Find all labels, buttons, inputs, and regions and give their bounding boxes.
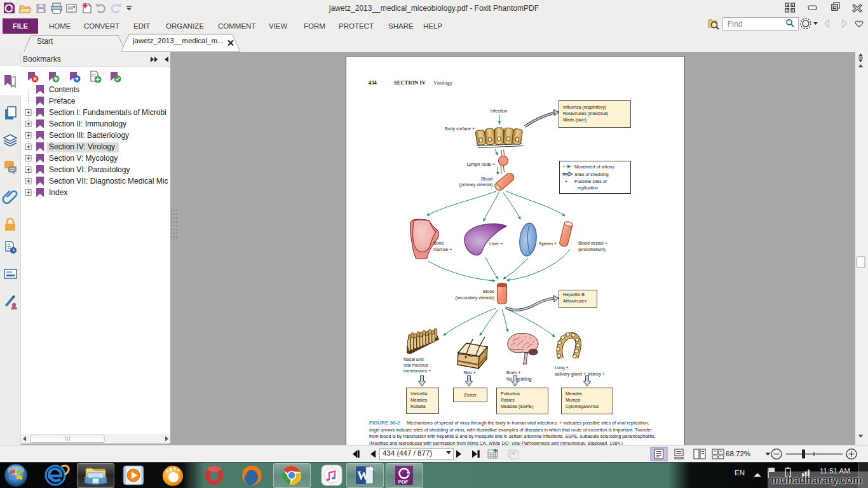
svg-text:Bone: Bone [433, 241, 444, 245]
svg-text:Hepatitis B: Hepatitis B [563, 292, 585, 297]
svg-text:Possible sites of: Possible sites of [574, 179, 607, 184]
svg-text:Mechanisms of spread of virus: Mechanisms of spread of virus through th… [407, 420, 649, 426]
svg-text:Cytomegalovirus: Cytomegalovirus [566, 404, 599, 409]
svg-text:434: 434 [369, 79, 377, 86]
svg-text:No shedding: No shedding [506, 377, 531, 382]
svg-text:Infection: Infection [491, 109, 508, 113]
svg-text:Lung +,: Lung +, [555, 365, 570, 370]
svg-text:(endothelium): (endothelium) [578, 247, 606, 252]
svg-text:(secondary viremia): (secondary viremia) [456, 295, 494, 301]
svg-text:Section III: Bacteriology: Section III: Bacteriology [49, 131, 129, 140]
svg-text:Zoster: Zoster [464, 393, 477, 397]
svg-text:Section V: Mycology: Section V: Mycology [49, 154, 118, 163]
svg-text:Measles (SSPE): Measles (SSPE) [501, 404, 533, 409]
svg-text:Section VII: Diagnostic Medica: Section VII: Diagnostic Medical Mic [49, 177, 168, 186]
svg-text:Varicella: Varicella [410, 391, 427, 396]
svg-text:Index: Index [49, 188, 67, 197]
svg-text:from blood is by transfusion w: from blood is by transfusion with hepati… [369, 433, 656, 439]
svg-text:+: + [565, 179, 567, 184]
svg-text:Rubella: Rubella [410, 404, 426, 409]
svg-text:FIGURE 30-2: FIGURE 30-2 [369, 420, 400, 426]
svg-text:Virology: Virology [433, 79, 453, 86]
svg-text:Lymph node +: Lymph node + [467, 162, 495, 167]
svg-text:Warts (skin): Warts (skin) [563, 118, 587, 123]
svg-text:Mumps: Mumps [566, 398, 580, 403]
svg-text:Rabies: Rabies [501, 398, 515, 402]
svg-text:Rotaviruses (intestinal): Rotaviruses (intestinal) [563, 111, 608, 116]
svg-text:Blood vessel +: Blood vessel + [578, 241, 607, 245]
svg-text:Body surface +: Body surface + [445, 126, 475, 132]
svg-text:Blood: Blood [481, 177, 492, 181]
svg-text:large arrows indicate sites of: large arrows indicate sites of shedding … [369, 427, 652, 433]
svg-text:salivary gland +, kidney +: salivary gland +, kidney + [555, 372, 605, 377]
svg-text:W: W [357, 469, 369, 482]
svg-text:PDF: PDF [398, 479, 409, 485]
svg-text:Movement of virions: Movement of virions [574, 165, 614, 169]
svg-text:SECTION IV: SECTION IV [394, 79, 426, 86]
svg-text:(primary viremia): (primary viremia) [459, 182, 493, 187]
svg-text:Section II: Immunology: Section II: Immunology [49, 119, 126, 128]
svg-text:Section VI: Parasitology: Section VI: Parasitology [49, 165, 130, 174]
svg-text:Contents: Contents [49, 85, 79, 94]
svg-text:Measles: Measles [410, 398, 428, 402]
svg-text:Section I: Fundamentals of Mic: Section I: Fundamentals of Microbi [49, 108, 166, 117]
svg-text:Section IV: Virology: Section IV: Virology [49, 142, 115, 151]
svg-text:(Modified and reproduced with: (Modified and reproduced with permission… [369, 440, 623, 445]
svg-text:Brain +: Brain + [506, 370, 520, 375]
svg-text:membranes +: membranes + [403, 369, 431, 373]
svg-text:oral mucous: oral mucous [403, 363, 428, 367]
svg-text:Arboviruses: Arboviruses [563, 299, 587, 303]
svg-text:replication: replication [578, 186, 598, 191]
svg-text:Sites of shedding: Sites of shedding [574, 172, 609, 177]
svg-text:Skin +: Skin + [463, 370, 476, 375]
svg-text:Nasal and: Nasal and [403, 357, 424, 362]
svg-text:Blood: Blood [483, 289, 494, 294]
svg-text:Influenza (respiratory): Influenza (respiratory) [563, 105, 606, 110]
svg-text:Measles: Measles [566, 391, 583, 396]
svg-text:Poliovirus: Poliovirus [501, 391, 520, 396]
svg-text:Liver +: Liver + [489, 241, 503, 246]
svg-text:Preface: Preface [49, 97, 76, 105]
svg-text:Spleen +: Spleen + [539, 241, 557, 247]
svg-text:marrow +: marrow + [433, 247, 452, 252]
